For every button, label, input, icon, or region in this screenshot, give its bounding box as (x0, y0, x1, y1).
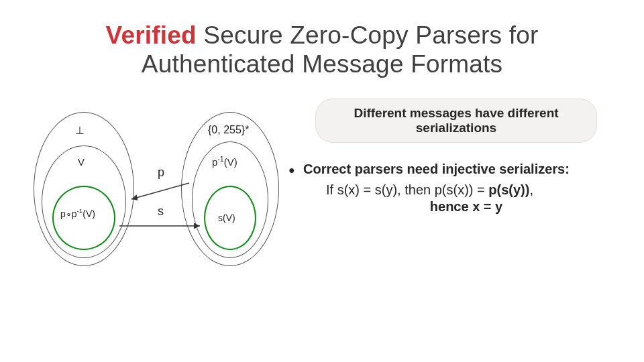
subline-c: , (529, 182, 533, 197)
callout-bubble: Different messages have different serial… (315, 99, 597, 143)
arrow-p (131, 183, 189, 199)
title-part1: Secure Zero-Copy Parsers for (197, 21, 539, 49)
bullet-strong: injective serializers (442, 162, 565, 176)
bullet-lead: Correct parsers need (303, 162, 442, 176)
bullet-conclusion: hence x = y (315, 199, 617, 215)
arrow-label-p: p (158, 166, 164, 180)
slide-body: ⊥ V p∘p-1(V) {0, 255}* p-1(V) s(V) p s (27, 99, 617, 280)
right-column: Different messages have different serial… (282, 99, 617, 280)
title-emphasis: Verified (106, 21, 197, 49)
subline-a: If s(x) = s(y), then p(s(x)) = (326, 182, 488, 197)
slide-title: Verified Secure Zero-Copy Parsers for Au… (27, 21, 617, 78)
title-line2: Authenticated Message Formats (142, 50, 502, 78)
bubble-line2: serializations (416, 121, 496, 135)
bullet-dot-icon: ● (288, 160, 303, 178)
bullet-subline: If s(x) = s(y), then p(s(x)) = p(s(y)), (326, 182, 617, 198)
set-diagram: ⊥ V p∘p-1(V) {0, 255}* p-1(V) s(V) p s (27, 99, 282, 280)
bullet-text: Correct parsers need injective serialize… (303, 160, 570, 178)
subline-b: p(s(y)) (488, 182, 529, 197)
bullet-item: ● Correct parsers need injective seriali… (288, 160, 617, 178)
bullet-tail: : (565, 162, 570, 176)
slide: Verified Secure Zero-Copy Parsers for Au… (0, 0, 644, 362)
arrows-svg (27, 99, 282, 280)
arrow-label-s: s (158, 204, 164, 219)
bullet-list: ● Correct parsers need injective seriali… (288, 160, 617, 215)
bubble-line1: Different messages have different (354, 106, 558, 120)
